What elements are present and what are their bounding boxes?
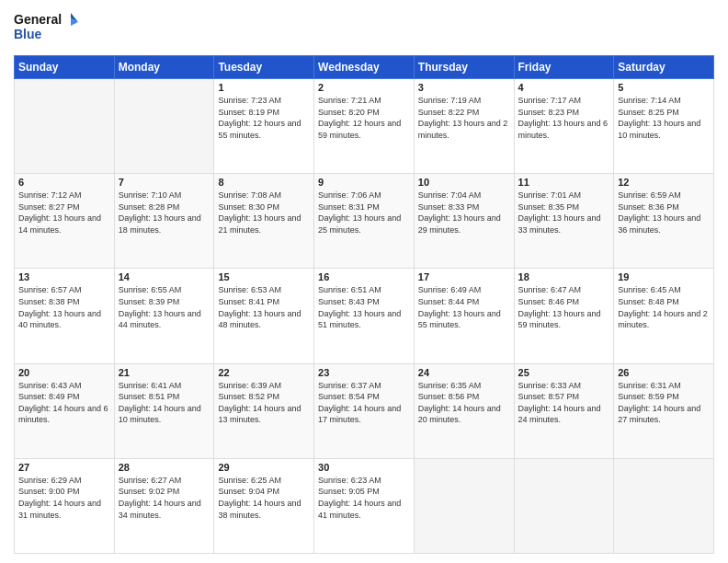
day-number: 26 [618,367,710,378]
calendar-cell-w1-d5: 4Sunrise: 7:17 AMSunset: 8:23 PMDaylight… [514,79,614,174]
day-number: 1 [218,82,310,93]
day-info: Sunrise: 6:33 AMSunset: 8:57 PMDaylight:… [518,380,610,426]
day-info: Sunrise: 7:01 AMSunset: 8:35 PMDaylight:… [518,190,610,236]
calendar-cell-w2-d3: 9Sunrise: 7:06 AMSunset: 8:31 PMDaylight… [314,174,415,269]
day-info: Sunrise: 7:12 AMSunset: 8:27 PMDaylight:… [18,190,110,236]
day-info: Sunrise: 6:55 AMSunset: 8:39 PMDaylight:… [119,284,210,330]
day-info: Sunrise: 6:49 AMSunset: 8:44 PMDaylight:… [418,284,510,330]
day-info: Sunrise: 6:43 AMSunset: 8:49 PMDaylight:… [18,380,110,426]
day-info: Sunrise: 6:25 AMSunset: 9:04 PMDaylight:… [218,475,310,521]
day-info: Sunrise: 6:27 AMSunset: 9:02 PMDaylight:… [119,475,210,521]
calendar-week-1: 1Sunrise: 7:23 AMSunset: 8:19 PMDaylight… [15,79,714,174]
calendar-week-3: 13Sunrise: 6:57 AMSunset: 8:38 PMDayligh… [15,269,714,363]
day-number: 3 [418,82,510,93]
day-info: Sunrise: 7:10 AMSunset: 8:28 PMDaylight:… [119,190,210,236]
day-info: Sunrise: 6:53 AMSunset: 8:41 PMDaylight:… [218,284,310,330]
day-info: Sunrise: 6:31 AMSunset: 8:59 PMDaylight:… [618,380,710,426]
day-number: 19 [618,271,710,282]
day-info: Sunrise: 6:39 AMSunset: 8:52 PMDaylight:… [218,380,310,426]
calendar-header-row: Sunday Monday Tuesday Wednesday Thursday… [15,56,714,79]
calendar-cell-w4-d3: 23Sunrise: 6:37 AMSunset: 8:54 PMDayligh… [314,363,415,458]
day-info: Sunrise: 7:23 AMSunset: 8:19 PMDaylight:… [218,95,310,141]
col-wednesday: Wednesday [314,56,415,79]
calendar-cell-w3-d3: 16Sunrise: 6:51 AMSunset: 8:43 PMDayligh… [314,269,415,363]
day-info: Sunrise: 7:08 AMSunset: 8:30 PMDaylight:… [218,190,310,236]
calendar-cell-w3-d6: 19Sunrise: 6:45 AMSunset: 8:48 PMDayligh… [614,269,714,363]
day-info: Sunrise: 7:21 AMSunset: 8:20 PMDaylight:… [318,95,410,141]
day-info: Sunrise: 6:37 AMSunset: 8:54 PMDaylight:… [318,380,410,426]
page: General Blue Sunday Monday Tuesday Wedne… [0,0,728,563]
day-number: 10 [418,177,510,188]
logo: General Blue [14,9,78,48]
calendar-cell-w1-d4: 3Sunrise: 7:19 AMSunset: 8:22 PMDaylight… [414,79,514,174]
calendar-cell-w5-d6 [614,458,714,553]
calendar-cell-w3-d4: 17Sunrise: 6:49 AMSunset: 8:44 PMDayligh… [414,269,514,363]
day-number: 21 [119,367,210,378]
day-number: 16 [318,271,410,282]
calendar-cell-w2-d2: 8Sunrise: 7:08 AMSunset: 8:30 PMDaylight… [214,174,314,269]
day-number: 7 [119,177,210,188]
day-number: 17 [418,271,510,282]
day-number: 22 [218,367,310,378]
calendar-cell-w2-d0: 6Sunrise: 7:12 AMSunset: 8:27 PMDaylight… [15,174,115,269]
header: General Blue [14,9,714,48]
day-info: Sunrise: 7:17 AMSunset: 8:23 PMDaylight:… [518,95,610,141]
day-info: Sunrise: 6:59 AMSunset: 8:36 PMDaylight:… [618,190,710,236]
calendar-cell-w1-d0 [15,79,115,174]
logo-svg: General Blue [14,9,78,48]
day-number: 9 [318,177,410,188]
col-sunday: Sunday [15,56,115,79]
day-number: 5 [618,82,710,93]
calendar-table: Sunday Monday Tuesday Wednesday Thursday… [14,55,714,554]
day-info: Sunrise: 6:23 AMSunset: 9:05 PMDaylight:… [318,475,410,521]
day-number: 20 [18,367,110,378]
calendar-week-2: 6Sunrise: 7:12 AMSunset: 8:27 PMDaylight… [15,174,714,269]
day-info: Sunrise: 7:19 AMSunset: 8:22 PMDaylight:… [418,95,510,141]
day-number: 25 [518,367,610,378]
calendar-cell-w3-d2: 15Sunrise: 6:53 AMSunset: 8:41 PMDayligh… [214,269,314,363]
calendar-week-4: 20Sunrise: 6:43 AMSunset: 8:49 PMDayligh… [15,363,714,458]
calendar-cell-w4-d2: 22Sunrise: 6:39 AMSunset: 8:52 PMDayligh… [214,363,314,458]
col-tuesday: Tuesday [214,56,314,79]
calendar-cell-w5-d1: 28Sunrise: 6:27 AMSunset: 9:02 PMDayligh… [114,458,214,553]
col-monday: Monday [114,56,214,79]
col-saturday: Saturday [614,56,714,79]
calendar-cell-w2-d5: 11Sunrise: 7:01 AMSunset: 8:35 PMDayligh… [514,174,614,269]
day-number: 30 [318,462,410,473]
day-number: 23 [318,367,410,378]
calendar-cell-w3-d5: 18Sunrise: 6:47 AMSunset: 8:46 PMDayligh… [514,269,614,363]
day-info: Sunrise: 6:45 AMSunset: 8:48 PMDaylight:… [618,284,710,330]
day-number: 6 [18,177,110,188]
day-info: Sunrise: 6:51 AMSunset: 8:43 PMDaylight:… [318,284,410,330]
calendar-cell-w1-d1 [114,79,214,174]
calendar-cell-w4-d5: 25Sunrise: 6:33 AMSunset: 8:57 PMDayligh… [514,363,614,458]
day-number: 4 [518,82,610,93]
calendar-cell-w4-d6: 26Sunrise: 6:31 AMSunset: 8:59 PMDayligh… [614,363,714,458]
calendar-cell-w3-d0: 13Sunrise: 6:57 AMSunset: 8:38 PMDayligh… [15,269,115,363]
svg-text:Blue: Blue [14,27,42,41]
calendar-cell-w4-d1: 21Sunrise: 6:41 AMSunset: 8:51 PMDayligh… [114,363,214,458]
day-info: Sunrise: 7:14 AMSunset: 8:25 PMDaylight:… [618,95,710,141]
calendar-cell-w3-d1: 14Sunrise: 6:55 AMSunset: 8:39 PMDayligh… [114,269,214,363]
day-info: Sunrise: 6:29 AMSunset: 9:00 PMDaylight:… [18,475,110,521]
calendar-cell-w2-d1: 7Sunrise: 7:10 AMSunset: 8:28 PMDaylight… [114,174,214,269]
day-info: Sunrise: 6:35 AMSunset: 8:56 PMDaylight:… [418,380,510,426]
day-number: 12 [618,177,710,188]
calendar-cell-w4-d0: 20Sunrise: 6:43 AMSunset: 8:49 PMDayligh… [15,363,115,458]
calendar-cell-w2-d4: 10Sunrise: 7:04 AMSunset: 8:33 PMDayligh… [414,174,514,269]
svg-text:General: General [14,12,62,27]
col-thursday: Thursday [414,56,514,79]
calendar-cell-w1-d6: 5Sunrise: 7:14 AMSunset: 8:25 PMDaylight… [614,79,714,174]
day-number: 28 [119,462,210,473]
day-number: 14 [119,271,210,282]
day-info: Sunrise: 6:41 AMSunset: 8:51 PMDaylight:… [119,380,210,426]
day-number: 18 [518,271,610,282]
day-info: Sunrise: 6:47 AMSunset: 8:46 PMDaylight:… [518,284,610,330]
day-number: 29 [218,462,310,473]
day-number: 8 [218,177,310,188]
day-info: Sunrise: 6:57 AMSunset: 8:38 PMDaylight:… [18,284,110,330]
calendar-cell-w5-d2: 29Sunrise: 6:25 AMSunset: 9:04 PMDayligh… [214,458,314,553]
calendar-week-5: 27Sunrise: 6:29 AMSunset: 9:00 PMDayligh… [15,458,714,553]
calendar-cell-w5-d3: 30Sunrise: 6:23 AMSunset: 9:05 PMDayligh… [314,458,415,553]
day-number: 11 [518,177,610,188]
